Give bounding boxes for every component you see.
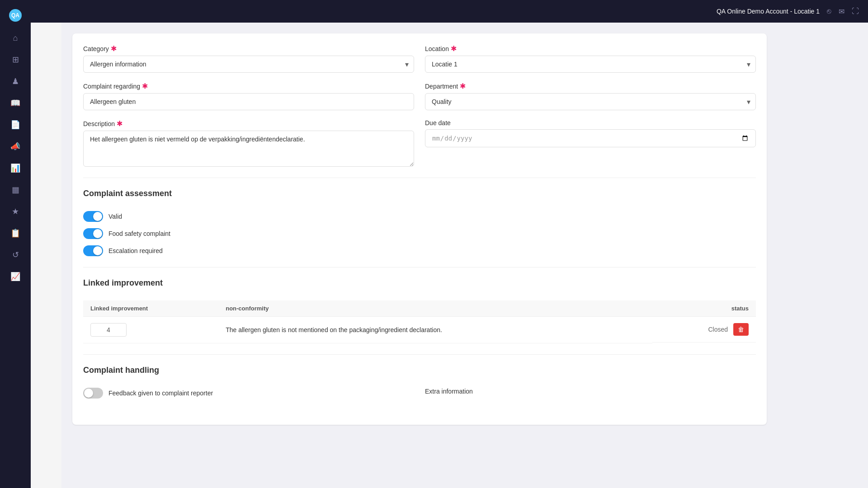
logout-icon[interactable]: ⎋ xyxy=(827,7,831,15)
toggle-row-valid: Valid xyxy=(83,211,756,222)
topbar: QA Online Demo Account - Locatie 1 ⎋ ✉ ⛶ xyxy=(31,0,868,23)
toggle-food-safety-label: Food safety complaint xyxy=(108,230,170,237)
complaint-regarding-input[interactable] xyxy=(83,93,414,110)
complaint-handling-title: Complaint handling xyxy=(83,366,756,379)
category-select[interactable]: Allergen information xyxy=(83,56,414,73)
sidebar-item-book[interactable]: 📖 xyxy=(6,94,24,112)
form-group-location: Location ✱ Locatie 1 xyxy=(425,44,756,73)
location-required-star: ✱ xyxy=(451,44,457,53)
sidebar-item-report[interactable]: 📈 xyxy=(6,267,24,286)
description-required-star: ✱ xyxy=(117,119,123,128)
sidebar-item-refresh[interactable]: ↺ xyxy=(6,246,24,264)
table-header-row: Linked improvement non-conformity status xyxy=(83,300,756,317)
sidebar-item-chart[interactable]: 📊 xyxy=(6,159,24,177)
table-cell-description: The allergen gluten is not mentioned on … xyxy=(218,317,652,343)
form-container: Category ✱ Allergen information Location… xyxy=(72,33,767,425)
extra-information-label: Extra information xyxy=(425,388,756,395)
delete-button[interactable]: 🗑 xyxy=(733,323,749,336)
sidebar-item-home[interactable]: ⌂ xyxy=(6,29,24,47)
sidebar-item-clipboard[interactable]: 📋 xyxy=(6,224,24,242)
complaint-regarding-required-star: ✱ xyxy=(142,82,148,90)
linked-improvement-table: Linked improvement non-conformity status… xyxy=(83,300,756,343)
due-date-label: Due date xyxy=(425,119,756,127)
toggle-escalation-slider[interactable] xyxy=(83,245,103,256)
location-select-wrapper: Locatie 1 xyxy=(425,56,756,73)
complaint-regarding-label: Complaint regarding ✱ xyxy=(83,82,414,90)
sidebar-item-grid[interactable]: ▦ xyxy=(6,181,24,199)
form-group-extra-info: Extra information xyxy=(425,388,756,405)
department-label: Department ✱ xyxy=(425,82,756,90)
toggle-escalation-label: Escalation required xyxy=(108,247,163,254)
sidebar-item-person[interactable]: ♟ xyxy=(6,72,24,90)
sidebar-item-megaphone[interactable]: 📣 xyxy=(6,137,24,155)
location-label: Location ✱ xyxy=(425,44,756,53)
mail-icon[interactable]: ✉ xyxy=(839,7,844,16)
section-divider-3 xyxy=(83,354,756,355)
status-badge: Closed xyxy=(708,326,728,333)
toggle-escalation[interactable] xyxy=(83,245,103,256)
location-select[interactable]: Locatie 1 xyxy=(425,56,756,73)
category-select-wrapper: Allergen information xyxy=(83,56,414,73)
form-group-description: Description ✱ Het allergeen gluten is ni… xyxy=(83,119,414,167)
category-required-star: ✱ xyxy=(111,44,117,53)
table-col-status: status xyxy=(652,300,756,317)
toggle-feedback-label: Feedback given to complaint reporter xyxy=(108,389,213,397)
toggle-row-food-safety: Food safety complaint xyxy=(83,228,756,239)
sidebar-item-team[interactable]: ⊞ xyxy=(6,51,24,69)
linked-improvement-title: Linked improvement xyxy=(83,278,756,291)
toggle-valid[interactable] xyxy=(83,211,103,222)
table-row: 4 The allergen gluten is not mentioned o… xyxy=(83,317,756,343)
form-group-feedback: Feedback given to complaint reporter xyxy=(83,388,414,405)
table-cell-id: 4 xyxy=(83,317,218,343)
section-divider-2 xyxy=(83,267,756,267)
description-textarea[interactable]: Het allergeen gluten is niet vermeld op … xyxy=(83,131,414,167)
complaint-assessment-title: Complaint assessment xyxy=(83,189,756,202)
link-number: 4 xyxy=(90,323,127,337)
sidebar-item-file[interactable]: 📄 xyxy=(6,116,24,134)
form-group-category: Category ✱ Allergen information xyxy=(83,44,414,73)
description-label: Description ✱ xyxy=(83,119,414,128)
table-cell-status: Closed 🗑 xyxy=(652,317,756,343)
toggle-valid-slider[interactable] xyxy=(83,211,103,222)
toggle-feedback[interactable] xyxy=(83,388,103,399)
form-row-category-location: Category ✱ Allergen information Location… xyxy=(83,44,756,73)
form-row-handling: Feedback given to complaint reporter Ext… xyxy=(83,388,756,405)
department-select[interactable]: Quality xyxy=(425,93,756,110)
category-label: Category ✱ xyxy=(83,44,414,53)
table-col-type: non-conformity xyxy=(218,300,652,317)
form-row-description-duedate: Description ✱ Het allergeen gluten is ni… xyxy=(83,119,756,167)
section-divider-1 xyxy=(83,178,756,178)
logo: QA xyxy=(5,5,25,25)
logo-icon: QA xyxy=(9,9,22,22)
form-group-complaint-regarding: Complaint regarding ✱ xyxy=(83,82,414,110)
toggle-feedback-slider[interactable] xyxy=(83,388,103,399)
form-group-duedate: Due date xyxy=(425,119,756,167)
main-content: Category ✱ Allergen information Location… xyxy=(61,23,868,488)
toggle-valid-label: Valid xyxy=(108,213,122,220)
topbar-account-title: QA Online Demo Account - Locatie 1 xyxy=(717,8,820,15)
form-row-complaint-department: Complaint regarding ✱ Department ✱ Quali… xyxy=(83,82,756,110)
table-col-linked: Linked improvement xyxy=(83,300,218,317)
due-date-input[interactable] xyxy=(425,129,756,147)
toggle-food-safety[interactable] xyxy=(83,228,103,239)
sidebar-item-star[interactable]: ★ xyxy=(6,202,24,221)
linked-improvement-section: Linked improvement Linked improvement no… xyxy=(83,278,756,343)
expand-icon[interactable]: ⛶ xyxy=(852,7,859,15)
sidebar: QA ⌂ ⊞ ♟ 📖 📄 📣 📊 ▦ ★ 📋 ↺ 📈 xyxy=(0,0,31,488)
department-required-star: ✱ xyxy=(460,82,466,90)
department-select-wrapper: Quality xyxy=(425,93,756,110)
complaint-assessment-section: Complaint assessment Valid Food safety c… xyxy=(83,189,756,256)
toggle-row-escalation: Escalation required xyxy=(83,245,756,256)
toggle-row-feedback: Feedback given to complaint reporter xyxy=(83,388,414,399)
toggle-food-safety-slider[interactable] xyxy=(83,228,103,239)
complaint-handling-section: Complaint handling Feedback given to com… xyxy=(83,366,756,405)
form-group-department: Department ✱ Quality xyxy=(425,82,756,110)
